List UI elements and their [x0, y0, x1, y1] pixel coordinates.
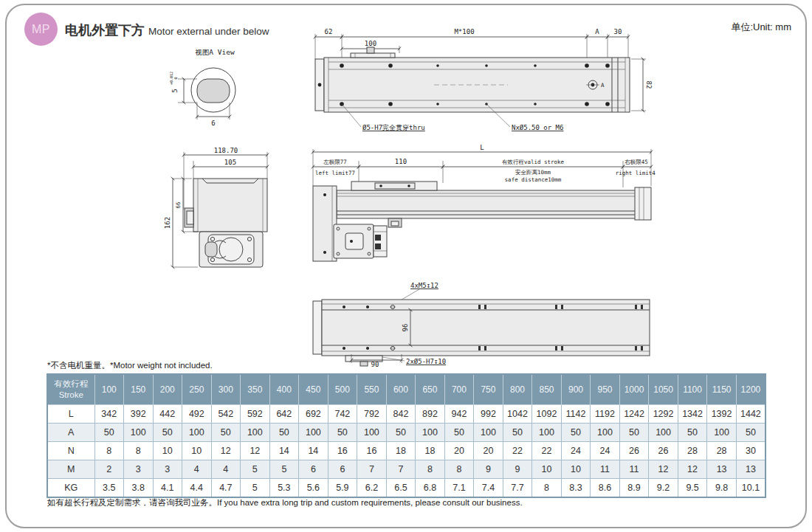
value-cell: 5.9 [328, 479, 357, 498]
value-cell: 100 [416, 424, 445, 442]
value-cell: 492 [182, 405, 212, 424]
value-cell: 50 [94, 424, 124, 442]
row-label: N [47, 442, 94, 460]
value-cell: 22 [532, 442, 562, 460]
value-cell: 50 [736, 424, 765, 442]
value-cell: 100 [591, 424, 620, 442]
value-cell: 8 [416, 460, 445, 479]
value-cell: 9 [474, 460, 503, 479]
dim-m100: M*100 [454, 28, 474, 35]
value-cell: 10 [153, 442, 182, 460]
value-cell: 742 [328, 405, 357, 424]
left-limit-zh: 左极限77 [323, 159, 347, 165]
value-cell: 2 [94, 460, 124, 479]
value-cell: 10 [561, 460, 591, 479]
value-cell: 1242 [619, 405, 649, 424]
view-a-width-dim: 6 [211, 120, 215, 127]
value-cell: 392 [124, 405, 154, 424]
stroke-col-header: 850 [532, 374, 562, 405]
safe-distance-zh: 安全距离10mm [515, 169, 551, 176]
stroke-col-header: 950 [591, 374, 620, 405]
value-cell: 5.3 [269, 479, 299, 498]
value-cell: 4.7 [211, 479, 241, 498]
value-cell: 26 [619, 442, 649, 460]
value-cell: 7.4 [474, 479, 503, 498]
stroke-col-header: 600 [386, 374, 416, 405]
value-cell: 6.2 [357, 479, 387, 498]
stroke-table-row: A501005010050100501005010050100501005010… [47, 424, 765, 442]
stroke-col-header: 100 [94, 374, 124, 405]
right-limit-zh: 右极限45 [625, 159, 648, 165]
value-cell: 11 [619, 460, 649, 479]
value-cell: 1342 [678, 405, 707, 424]
dim-a: A [595, 28, 599, 35]
value-cell: 100 [474, 424, 503, 442]
stroke-table-body: L342392442492542592642692742792842892942… [47, 405, 765, 498]
page-title-zh: 电机外置下方 [65, 21, 145, 39]
value-cell: 14 [299, 442, 328, 460]
top-view-drawing: 62 M*100 A 30 100 A 82 Ø5-H7完全贯穿thru NxØ… [312, 27, 656, 159]
value-cell: 6 [299, 460, 328, 479]
value-cell: 792 [357, 405, 387, 424]
value-cell: 6.5 [386, 479, 416, 498]
value-cell: 24 [561, 442, 591, 460]
value-cell: 9.8 [707, 479, 737, 498]
bottom-view-drawing: 4xM5↧12 96 90 2xØ5-H7↧10 [310, 277, 656, 367]
value-cell: 7 [386, 460, 416, 479]
dim-162: 162 [164, 217, 171, 229]
value-cell: 842 [386, 405, 416, 424]
stroke-col-header: 400 [269, 374, 299, 405]
view-a-height-dim: 5 [171, 89, 179, 92]
value-cell: 3 [124, 460, 154, 479]
value-cell: 12 [678, 460, 707, 479]
view-a-drawing: 视图A View 5 +0.012 0 6 [166, 46, 262, 131]
hole-count-label: NxØ5.50 or M6 [512, 124, 563, 131]
value-cell: 5 [241, 479, 270, 498]
value-cell: 10.1 [736, 479, 765, 498]
value-cell: 18 [416, 442, 445, 460]
value-cell: 4 [182, 460, 212, 479]
value-cell: 692 [299, 405, 328, 424]
stroke-col-header: 1200 [736, 374, 765, 405]
value-cell: 342 [94, 405, 124, 424]
stroke-header-zh: 有效行程 [54, 379, 88, 388]
value-cell: 50 [503, 424, 532, 442]
series-badge: MP [24, 13, 58, 46]
dim-90: 90 [371, 361, 379, 367]
stroke-col-header: 150 [124, 374, 154, 405]
value-cell: 8 [124, 442, 154, 460]
value-cell: 8.6 [591, 479, 620, 498]
row-label: L [47, 405, 94, 424]
value-cell: 50 [153, 424, 182, 442]
value-cell: 16 [357, 442, 387, 460]
stroke-header-row: 有效行程 Stroke 1001502002503003504004505005… [47, 374, 765, 405]
value-cell: 6 [328, 460, 357, 479]
dim-110: 110 [395, 158, 407, 165]
value-cell: 100 [182, 424, 212, 442]
right-limit-en: right limit45 [616, 170, 656, 176]
value-cell: 24 [591, 442, 620, 460]
value-cell: 992 [474, 405, 503, 424]
stroke-col-header: 250 [182, 374, 212, 405]
page-title-en: Motor external under below [148, 26, 269, 37]
row-label: M [47, 460, 94, 479]
value-cell: 8 [532, 479, 562, 498]
value-cell: 4.1 [153, 479, 182, 498]
datasheet-page: { "page": { "badge": "MP", "title_zh": "… [0, 0, 812, 532]
dim-82: 82 [645, 81, 653, 89]
side-view-drawing: L 左极限77 left limit77 110 有效行程valid strok… [310, 145, 656, 266]
value-cell: 5.6 [299, 479, 328, 498]
value-cell: 50 [444, 424, 474, 442]
value-cell: 50 [211, 424, 241, 442]
end-view-drawing: 118.70 105 162 66 [164, 146, 282, 272]
value-cell: 30 [736, 442, 765, 460]
value-cell: 7 [357, 460, 387, 479]
row-label: KG [47, 479, 94, 498]
value-cell: 20 [474, 442, 503, 460]
value-cell: 3.5 [94, 479, 124, 498]
value-cell: 1292 [649, 405, 678, 424]
value-cell: 8 [94, 442, 124, 460]
value-cell: 100 [649, 424, 678, 442]
value-cell: 1192 [591, 405, 620, 424]
value-cell: 1042 [503, 405, 532, 424]
